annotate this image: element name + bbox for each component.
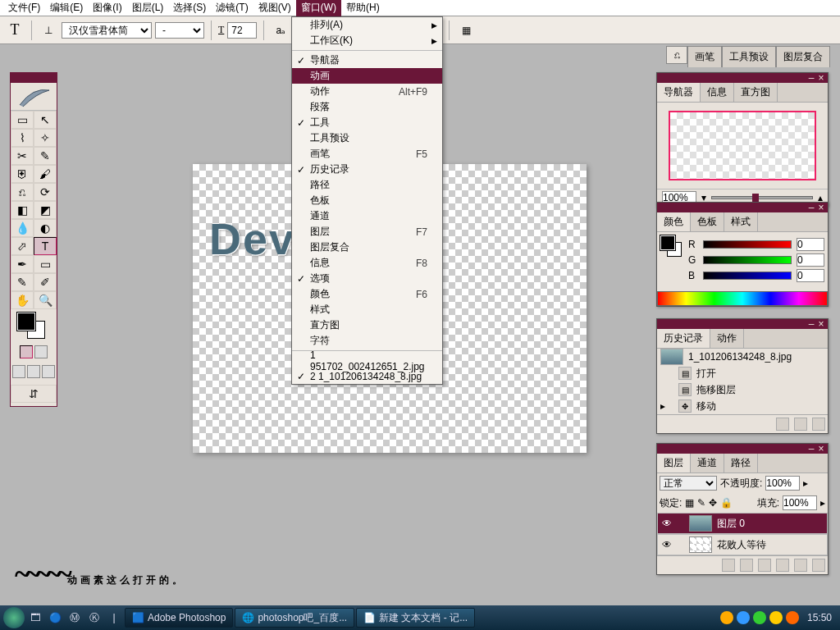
taskbar-task[interactable]: 🟦Adobe Photoshop (125, 608, 233, 628)
history-step[interactable]: ▤打开 (657, 365, 828, 381)
r-input[interactable] (797, 238, 824, 251)
palette-well-icon[interactable]: ⎌ (666, 46, 687, 64)
quickmask-mode-icon[interactable] (34, 345, 48, 358)
window-menu-item[interactable]: 1 951702_002412651_2.jpg (292, 353, 442, 368)
gradient-tool[interactable]: ◩ (34, 201, 57, 219)
window-menu-item[interactable]: ✓2 1_101206134248_8.jpg (292, 368, 442, 384)
quicklaunch-icon[interactable]: 🗔 (26, 609, 44, 627)
blur-tool[interactable]: 💧 (11, 219, 34, 237)
hand-tool[interactable]: ✋ (11, 291, 34, 309)
window-menu-item[interactable]: 颜色F6 (292, 286, 442, 302)
tray-icon[interactable] (737, 611, 750, 624)
lock-trans-icon[interactable]: ▦ (685, 497, 694, 509)
window-menu-item[interactable]: 样式 (292, 302, 442, 317)
taskbar-clock[interactable]: 15:50 (802, 612, 837, 623)
start-button[interactable] (3, 607, 25, 628)
window-menu-item[interactable]: 字符 (292, 333, 442, 349)
jump-to-imageready-icon[interactable]: ⇵ (11, 385, 57, 403)
foreground-color-swatch[interactable] (17, 313, 35, 331)
layer-thumbnail[interactable] (689, 536, 712, 553)
tray-icon[interactable] (786, 611, 799, 624)
move-tool[interactable]: ↖ (34, 111, 57, 129)
color-fgbg[interactable] (660, 235, 683, 258)
opacity-arrow-icon[interactable]: ▸ (803, 477, 808, 489)
minimize-icon[interactable]: – (806, 318, 816, 330)
orientation-toggle-icon[interactable]: ⊥ (39, 21, 58, 40)
tray-icon[interactable] (720, 611, 733, 624)
minimize-icon[interactable]: – (806, 443, 816, 454)
lock-all-icon[interactable]: 🔒 (720, 497, 733, 509)
visibility-icon[interactable]: 👁 (661, 518, 673, 529)
menu-help[interactable]: 帮助(H) (341, 0, 385, 16)
window-menu-item[interactable]: ✓历史记录 (292, 162, 442, 177)
window-menu-item[interactable]: 路径 (292, 177, 442, 193)
minimize-icon[interactable]: – (806, 72, 816, 84)
tab-color[interactable]: 颜色 (657, 212, 691, 231)
visibility-icon[interactable]: 👁 (661, 539, 673, 550)
new-layer-icon[interactable] (794, 559, 807, 572)
history-snapshot[interactable]: 1_101206134248_8.jpg (657, 349, 828, 365)
delete-layer-icon[interactable] (812, 559, 825, 572)
window-menu-item[interactable]: 信息F8 (292, 255, 442, 271)
screen-standard-icon[interactable] (12, 365, 25, 378)
tool-preset-icon[interactable]: T (5, 21, 25, 40)
window-menu-item[interactable]: 工具预设 (292, 130, 442, 146)
window-menu-item[interactable]: 图层F7 (292, 224, 442, 240)
tray-icon[interactable] (769, 611, 783, 624)
window-menu-item[interactable]: ✓导航器 (292, 52, 442, 68)
minimize-icon[interactable]: – (806, 202, 816, 213)
character-panel-icon[interactable]: ▦ (456, 21, 476, 40)
window-menu-item[interactable]: ✓选项 (292, 271, 442, 286)
zoom-slider[interactable] (711, 196, 813, 199)
history-brush-tool[interactable]: ⟳ (34, 183, 57, 201)
opacity-input[interactable] (765, 476, 800, 491)
window-menu-item[interactable]: 画笔F5 (292, 146, 442, 162)
layer-thumbnail[interactable] (689, 515, 712, 532)
tab-history[interactable]: 历史记录 (657, 329, 710, 348)
r-slider[interactable] (703, 240, 792, 249)
close-icon[interactable]: × (816, 443, 826, 454)
menu-view[interactable]: 视图(V) (253, 0, 296, 16)
menu-image[interactable]: 图像(I) (88, 0, 126, 16)
layer-fx-icon[interactable] (722, 559, 735, 572)
crop-tool[interactable]: ✂ (11, 147, 34, 165)
stamp-tool[interactable]: ⎌ (11, 183, 34, 201)
quicklaunch-icon[interactable]: Ⓜ (66, 609, 84, 627)
toolbox-titlebar[interactable] (11, 73, 57, 83)
heal-tool[interactable]: ⛨ (11, 165, 34, 183)
g-slider[interactable] (703, 256, 792, 264)
tab-histogram[interactable]: 直方图 (734, 83, 778, 102)
slice-tool[interactable]: ✎ (34, 147, 57, 165)
wand-tool[interactable]: ✧ (34, 129, 57, 147)
window-menu-item[interactable]: 通道 (292, 208, 442, 224)
lasso-tool[interactable]: ⌇ (11, 129, 34, 147)
docked-tab-tool-presets[interactable]: 工具预设 (722, 46, 776, 67)
lock-move-icon[interactable]: ✥ (709, 497, 717, 509)
navigator-thumbnail[interactable] (669, 111, 816, 180)
font-size-input[interactable] (227, 22, 257, 39)
screen-full-icon[interactable] (42, 365, 55, 378)
screen-full-menubar-icon[interactable] (27, 365, 40, 378)
brush-tool[interactable]: 🖌 (34, 165, 57, 183)
window-menu-item[interactable]: 色板 (292, 193, 442, 208)
lock-paint-icon[interactable]: ✎ (697, 497, 705, 509)
tab-styles[interactable]: 样式 (724, 212, 758, 231)
window-menu-item[interactable]: 排列(A)▶ (292, 17, 442, 33)
window-menu-item[interactable]: 工作区(K)▶ (292, 33, 442, 48)
history-step[interactable]: ▤拖移图层 (657, 381, 828, 398)
eraser-tool[interactable]: ◧ (11, 201, 34, 219)
layer-mask-icon[interactable] (740, 559, 753, 572)
close-icon[interactable]: × (816, 202, 826, 213)
window-menu-item[interactable]: 直方图 (292, 317, 442, 333)
blend-mode-select[interactable]: 正常 (660, 476, 717, 491)
eyedropper-tool[interactable]: ✐ (34, 273, 57, 291)
g-input[interactable] (797, 253, 824, 267)
window-menu-item[interactable]: 段落 (292, 99, 442, 115)
layer-item[interactable]: 👁 花败人等待 (657, 534, 828, 555)
tab-layers[interactable]: 图层 (657, 454, 691, 472)
window-menu-item[interactable]: 图层复合 (292, 240, 442, 255)
b-slider[interactable] (703, 272, 792, 280)
tab-info[interactable]: 信息 (701, 83, 734, 102)
menu-filter[interactable]: 滤镜(T) (211, 0, 253, 16)
fill-arrow-icon[interactable]: ▸ (820, 497, 825, 509)
